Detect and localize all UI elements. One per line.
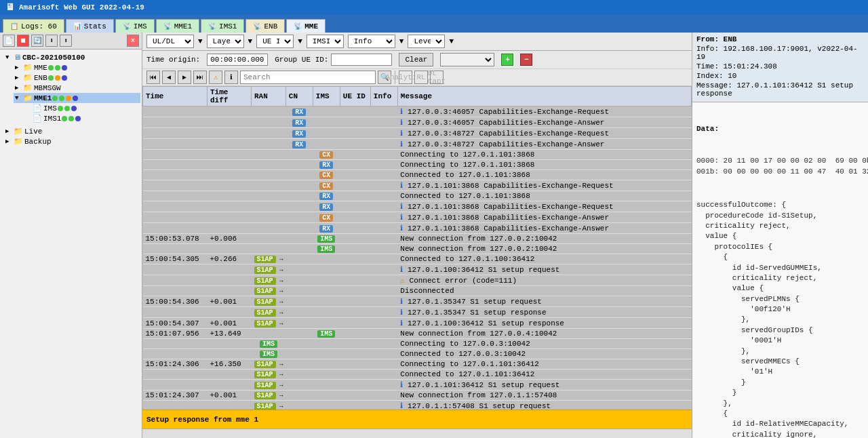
table-row[interactable]: RXConnecting to 127.0.1.101:3868 [143, 160, 692, 170]
content-area: UL/DL ▼ Layer ▼ UE ID ▼ IMSI Info ▼ Leve… [142, 33, 692, 438]
tab-logs[interactable]: 📋Logs: 60 [3, 19, 64, 33]
rp-index: Index: 10 [696, 72, 864, 80]
table-row[interactable]: RXConnected to 127.0.1.101:3868 [143, 191, 692, 201]
scroll-up-btn[interactable]: ◀ [162, 71, 176, 84]
sidebar-item-live[interactable]: ▶ 📁 Live [4, 126, 140, 136]
rl-btn[interactable]: RL [414, 71, 428, 84]
table-row[interactable]: CXℹ 127.0.1.101:3868 Capabilities-Exchan… [143, 180, 692, 191]
uldl-select[interactable]: UL/DL [146, 35, 194, 48]
sidebar-item-mbmsgw[interactable]: ▶ 📁 MBMSGW [14, 83, 140, 93]
table-row[interactable]: S1AP →ℹ 127.0.1.1:57408 S1 setup request [143, 401, 692, 410]
sidebar-upload-btn[interactable]: ⬆ [60, 35, 72, 47]
filter-bar: UL/DL ▼ Layer ▼ UE ID ▼ IMSI Info ▼ Leve… [142, 33, 692, 51]
status-bar: Setup response from mme 1 [142, 410, 692, 429]
info-select[interactable]: Info [348, 35, 395, 48]
tab-bar: 📋Logs: 60📊Stats📡IMS📡MME1📡IMS1📡ENB📡MME [0, 15, 868, 33]
sidebar-item-enb[interactable]: ▶ 📁 ENB [14, 73, 140, 83]
dot-green-7 [64, 106, 70, 111]
layer-select[interactable]: Layer [207, 35, 244, 48]
table-row[interactable]: CXConnecting to 127.0.1.101:3868 [143, 150, 692, 160]
tree-root-item[interactable]: ▼ 🖥 CBC-2021050100 [4, 52, 140, 62]
tab-icon-ims: 📡 [123, 22, 131, 31]
log-table-container[interactable]: Time Time diff RAN CN IMS UE ID Info Mes… [142, 86, 692, 410]
table-row[interactable]: S1AP →⚠ Connect error (code=111) [143, 275, 692, 286]
table-row[interactable]: 15:01:07.956+13.649IMSNew connection fro… [143, 329, 692, 339]
dot-green-3 [48, 75, 54, 81]
table-row[interactable]: CXConnected to 127.0.1.101:3868 [143, 170, 692, 180]
right-panel: From: ENB Info: 192.168.100.17:9001, v20… [692, 33, 868, 438]
table-row[interactable]: RXℹ 127.0.1.101:3868 Capabilities-Exchan… [143, 223, 692, 234]
dlcapt-btn[interactable]: DL Capt [430, 71, 443, 84]
clear-button[interactable]: Clear [399, 53, 433, 66]
sidebar-download-btn[interactable]: ⬇ [45, 35, 58, 47]
tab-label-enb: ENB [264, 22, 277, 31]
table-row[interactable]: RXℹ 127.0.0.3:48727 Capabilities-Exchang… [143, 128, 692, 139]
sidebar-stop-btn[interactable]: ⏹ [17, 35, 29, 47]
tab-icon-mme1: 📡 [163, 22, 172, 31]
info-filter-btn[interactable]: ℹ [224, 71, 238, 84]
group-ue-input[interactable] [331, 54, 392, 66]
add-button[interactable]: + [501, 54, 513, 66]
tab-icon-enb: 📡 [253, 22, 261, 31]
level-select[interactable]: Level [408, 35, 445, 48]
col-ueid: UE ID [340, 87, 370, 106]
warn-filter-btn[interactable]: ⚠ [209, 71, 222, 84]
sidebar-item-mme1[interactable]: ▼ 📁 MME1 [14, 93, 140, 103]
rp-time: Time: 15:01:24.308 [696, 62, 864, 71]
bottom-scrollbar[interactable] [142, 429, 692, 438]
tab-ims[interactable]: 📡IMS [115, 19, 155, 33]
table-row[interactable]: S1AP →ℹ 127.0.1.101:36412 S1 setup reque… [143, 380, 692, 391]
scroll-down-btn[interactable]: ▶ [178, 71, 191, 84]
sidebar-reload-btn[interactable]: 🔄 [31, 35, 43, 47]
filter-select-extra[interactable] [440, 53, 494, 66]
col-cn: CN [285, 87, 313, 106]
tab-stats[interactable]: 📊Stats [66, 19, 114, 33]
table-row[interactable]: 15:01:24.306+16.350S1AP →Connecting to 1… [143, 359, 692, 370]
table-row[interactable]: 15:00:53.078+0.006IMSNew connection from… [143, 234, 692, 244]
tab-mme[interactable]: 📡MME [286, 19, 326, 33]
table-row[interactable]: 15:00:54.305+0.266S1AP →Connected to 127… [143, 254, 692, 264]
search-input[interactable] [240, 71, 376, 84]
table-row[interactable]: 15:00:54.307+0.001S1AP →ℹ 127.0.1.100:36… [143, 318, 692, 329]
scroll-top-btn[interactable]: ⏮ [146, 71, 160, 84]
sidebar-item-mme[interactable]: ▶ 📁 MME [14, 62, 140, 73]
table-row[interactable]: RXℹ 127.0.1.101:3868 Capabilities-Exchan… [143, 201, 692, 212]
sidebar-item-ims[interactable]: 📄 IMS [23, 103, 140, 113]
table-row[interactable]: IMSNew connection from 127.0.0.2:10042 [143, 244, 692, 254]
sidebar-item-backup[interactable]: ▶ 📁 Backup [4, 136, 140, 146]
col-message: Message [397, 87, 691, 106]
table-row[interactable]: S1AP →ℹ 127.0.1.100:36412 S1 setup reque… [143, 264, 692, 275]
tab-icon-logs: 📋 [10, 22, 18, 31]
rp-from: From: ENB [696, 35, 864, 43]
table-row[interactable]: IMSConnecting to 127.0.0.3:10042 [143, 339, 692, 349]
table-row[interactable]: 15:01:24.307+0.001S1AP →New connection f… [143, 391, 692, 401]
table-row[interactable]: IMSConnected to 127.0.0.3:10042 [143, 349, 692, 359]
table-row[interactable]: S1AP →ℹ 127.0.1.35347 S1 setup response [143, 307, 692, 318]
time-origin-label: Time origin: [146, 56, 200, 64]
sidebar-close-btn[interactable]: × [127, 35, 139, 47]
right-panel-data: Data: 0000: 20 11 00 17 00 00 02 00 69 0… [692, 102, 868, 438]
table-row[interactable]: RXℹ 127.0.0.3:46057 Capabilities-Exchang… [143, 106, 692, 117]
time-origin-input[interactable] [207, 54, 268, 66]
scroll-bottom-btn[interactable]: ⏭ [193, 71, 207, 84]
table-row[interactable]: RXℹ 127.0.0.3:48727 Capabilities-Exchang… [143, 139, 692, 150]
table-row[interactable]: CXℹ 127.0.1.101:3868 Capabilities-Exchan… [143, 212, 692, 223]
analytics-btn[interactable]: Analytics [399, 71, 412, 84]
tab-ims1[interactable]: 📡IMS1 [201, 19, 244, 33]
table-row[interactable]: 15:00:54.306+0.001S1AP →ℹ 127.0.1.35347 … [143, 296, 692, 307]
rp-message: Message: 127.0.1.101:36412 S1 setup resp… [696, 81, 864, 98]
table-row[interactable]: RXℹ 127.0.0.3:46057 Capabilities-Exchang… [143, 117, 692, 128]
imsi-select[interactable]: IMSI [307, 35, 344, 48]
minus-button[interactable]: − [520, 54, 532, 66]
sidebar-new-btn[interactable]: 📄 [3, 35, 15, 47]
tab-mme1[interactable]: 📡MME1 [156, 19, 199, 33]
sidebar-item-ims1[interactable]: 📄 IMS1 [23, 113, 140, 123]
group-ue-section: Group UE ID: [275, 54, 392, 66]
ueid-select[interactable]: UE ID [256, 35, 294, 48]
status-message: Setup response from mme 1 [146, 416, 258, 424]
table-row[interactable]: S1AP →Disconnected [143, 286, 692, 296]
dot-orange-1 [55, 75, 60, 81]
table-row[interactable]: S1AP →Connected to 127.0.1.101:36412 [143, 370, 692, 380]
tab-enb[interactable]: 📡ENB [245, 19, 285, 33]
dot-green-6 [58, 106, 63, 111]
